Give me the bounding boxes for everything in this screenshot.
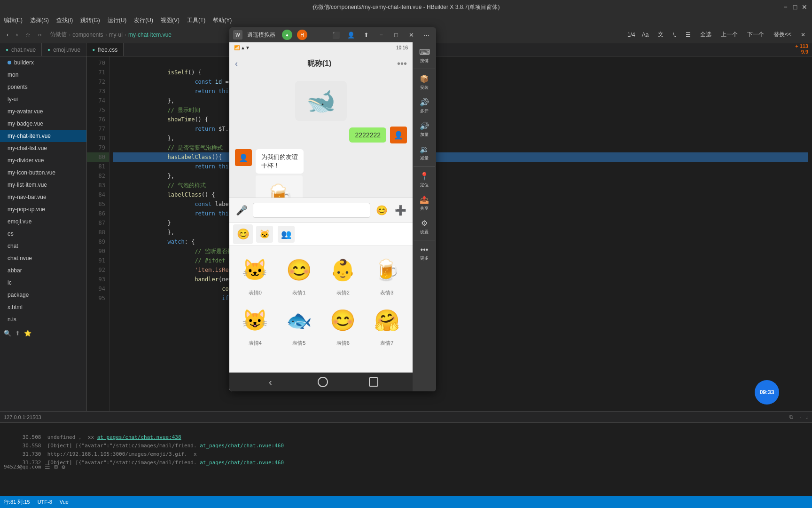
emoji-tab-cat[interactable]: 🐱 xyxy=(255,224,274,244)
sim-monitor-icon[interactable]: ⬛ xyxy=(330,30,342,40)
menu-view[interactable]: 视图(V) xyxy=(161,16,180,24)
sidebar-item-badge[interactable]: my-badge.vue xyxy=(0,118,86,130)
tab-free-css[interactable]: ● free.css xyxy=(86,43,124,56)
menu-publish[interactable]: 发行(U) xyxy=(134,16,153,24)
breadcrumb-components[interactable]: components xyxy=(72,32,103,38)
window-controls[interactable]: － □ ✕ xyxy=(782,3,808,11)
panel-btn-location[interactable]: 📍 定位 xyxy=(414,168,435,191)
sim-upload-icon[interactable]: ⬆ xyxy=(360,30,372,40)
panel-btn-vol-down[interactable]: 🔉 减量 xyxy=(414,142,435,164)
select-all-button[interactable]: 全选 xyxy=(697,29,714,40)
prev-button[interactable]: 上一个 xyxy=(718,29,741,40)
nav-back-phone[interactable]: ‹ xyxy=(264,375,277,389)
breadcrumb-my-ui[interactable]: my-ui xyxy=(109,32,123,38)
close-button[interactable]: ✕ xyxy=(801,3,808,11)
console-clear-icon[interactable]: → xyxy=(797,414,802,420)
chinese-button[interactable]: 文 xyxy=(655,29,666,40)
emoji-button[interactable]: 😊 xyxy=(374,203,389,218)
emoji-tab-face[interactable]: 😊 xyxy=(233,224,253,244)
voice-button[interactable]: 🎤 xyxy=(234,203,249,218)
sidebar-item-chat-item[interactable]: my-chat-item.vue xyxy=(0,130,86,142)
sidebar-item-ic[interactable]: ic xyxy=(0,277,86,289)
menu-jump[interactable]: 跳转(G) xyxy=(80,16,100,24)
emoji-item-2[interactable]: 👶 表情2 xyxy=(321,250,365,300)
emoji-item-5[interactable]: 🐟 表情5 xyxy=(277,300,321,350)
sim-expand-btn[interactable]: ⋯ xyxy=(420,30,432,40)
regex-button[interactable]: \. xyxy=(670,29,679,40)
nav-back-button[interactable]: ‹ xyxy=(4,29,11,40)
emoji-item-3[interactable]: 🍺 表情3 xyxy=(365,250,409,300)
sidebar-item-es[interactable]: es xyxy=(0,228,86,240)
sidebar-item-chat-nvue[interactable]: chat.nvue xyxy=(0,252,86,264)
search-icon[interactable]: 🔍 xyxy=(4,330,11,337)
wechat-back-button[interactable]: ‹ xyxy=(235,59,238,69)
nav-recent-phone[interactable] xyxy=(369,377,378,387)
menu-run[interactable]: 运行(U) xyxy=(108,16,127,24)
emoji-item-7[interactable]: 🤗 表情7 xyxy=(365,300,409,350)
share-icon[interactable]: ⬆ xyxy=(15,330,20,337)
bookmark-icon[interactable]: ⊞ xyxy=(54,463,58,470)
menu-find[interactable]: 查找(I) xyxy=(56,16,73,24)
console-copy-icon[interactable]: ⧉ xyxy=(789,414,793,420)
panel-btn-settings[interactable]: ⚙ 设置 xyxy=(414,215,435,238)
settings-icon2[interactable]: ⚙ xyxy=(62,463,65,470)
sim-max-btn[interactable]: □ xyxy=(390,30,402,40)
tab-emoji-nvue[interactable]: ● emoji.nvue xyxy=(42,43,86,56)
sidebar-item-avatar[interactable]: my-avatar.vue xyxy=(0,105,86,118)
wechat-more-button[interactable]: ••• xyxy=(397,58,407,69)
sidebar-item-icon-button[interactable]: my-icon-button.vue xyxy=(0,167,86,179)
emoji-item-1[interactable]: 😊 表情1 xyxy=(277,250,321,300)
emoji-item-0[interactable]: 🐱 表情0 xyxy=(233,250,277,300)
emoji-item-6[interactable]: 😊 表情6 xyxy=(321,300,365,350)
menu-select[interactable]: 选择(S) xyxy=(30,16,49,24)
maximize-button[interactable]: □ xyxy=(791,3,799,11)
panel-btn-share[interactable]: 📤 共享 xyxy=(414,192,435,214)
star-icon[interactable]: ⭐ xyxy=(24,330,31,337)
find-close-button[interactable]: ✕ xyxy=(798,29,808,40)
tab-chat-nvue[interactable]: ● chat.nvue xyxy=(0,43,42,56)
nav-forward-button[interactable]: › xyxy=(13,29,21,40)
panel-btn-keys[interactable]: ⌨ 按键 xyxy=(414,44,435,67)
panel-btn-vol-up[interactable]: 🔊 加量 xyxy=(414,118,435,141)
replace-button[interactable]: 替换<< xyxy=(771,29,794,40)
emoji-item-4[interactable]: 😺 表情4 xyxy=(233,300,277,350)
next-button[interactable]: 下一个 xyxy=(744,29,767,40)
sidebar-item-builderx[interactable]: builderx xyxy=(0,56,86,69)
sidebar-item-tabbar[interactable]: abbar xyxy=(0,264,86,277)
font-size-button[interactable]: Aa xyxy=(639,29,652,40)
sim-min-btn[interactable]: － xyxy=(375,30,387,40)
list-view-icon[interactable]: ☰ xyxy=(45,463,50,470)
panel-btn-multi[interactable]: 🔊 多开 xyxy=(414,95,435,117)
sidebar-item-chat[interactable]: chat xyxy=(0,240,86,252)
sim-green-icon[interactable]: ● xyxy=(282,30,292,40)
sidebar-item-nav-bar[interactable]: my-nav-bar.vue xyxy=(0,191,86,203)
emoji-tab-people[interactable]: 👥 xyxy=(276,224,296,244)
console-filter-icon[interactable]: ↓ xyxy=(806,414,809,420)
sidebar-item-chat-list[interactable]: my-chat-list.vue xyxy=(0,142,86,154)
sidebar-item-list-item[interactable]: my-list-item.vue xyxy=(0,179,86,191)
sim-close-btn[interactable]: ✕ xyxy=(405,30,417,40)
breadcrumb-root[interactable]: 仿微信 xyxy=(50,31,67,39)
sidebar-item-nis[interactable]: n.is xyxy=(0,313,86,325)
sidebar-item-emoji[interactable]: emoji.vue xyxy=(0,215,86,228)
menu-tools[interactable]: 工具(T) xyxy=(187,16,205,24)
circle-button[interactable]: ○ xyxy=(35,29,44,40)
sidebar-item-ponents[interactable]: ponents xyxy=(0,81,86,93)
sidebar-item-xhtml[interactable]: x.html xyxy=(0,301,86,313)
sim-orange-icon[interactable]: H xyxy=(297,30,307,40)
list-button[interactable]: ☰ xyxy=(683,29,694,40)
menu-help[interactable]: 帮助(Y) xyxy=(213,16,232,24)
chat-text-input[interactable] xyxy=(253,203,370,218)
panel-btn-more[interactable]: ••• 更多 xyxy=(414,242,435,265)
sim-person-icon[interactable]: 👤 xyxy=(345,30,357,40)
sidebar-item-mon[interactable]: mon xyxy=(0,69,86,81)
sidebar-item-package[interactable]: package xyxy=(0,289,86,301)
sidebar-item-pop-up[interactable]: my-pop-up.vue xyxy=(0,203,86,215)
breadcrumb-file[interactable]: my-chat-item.vue xyxy=(128,32,172,38)
bookmark-button[interactable]: ☆ xyxy=(23,29,33,40)
minimize-button[interactable]: － xyxy=(782,3,789,11)
menu-edit[interactable]: 编辑(E) xyxy=(4,16,23,24)
sidebar-item-divider[interactable]: my-divider.vue xyxy=(0,154,86,167)
sidebar-item-my-ui[interactable]: ly-ui xyxy=(0,93,86,105)
nav-home-phone[interactable] xyxy=(318,377,328,387)
